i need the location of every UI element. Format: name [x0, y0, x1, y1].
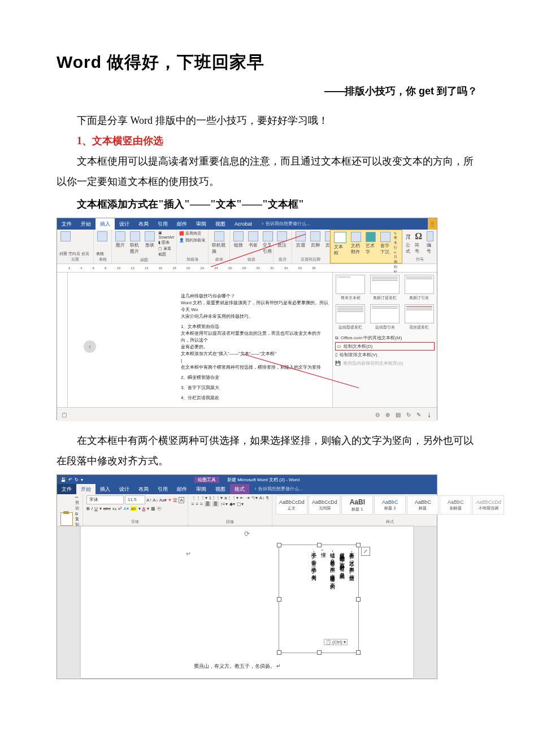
- show-marks-icon[interactable]: ¶: [266, 495, 268, 500]
- style-normal[interactable]: AaBbCcDd正文: [276, 495, 307, 515]
- bookmark-button[interactable]: 书签: [247, 231, 259, 249]
- online-picture-button[interactable]: 联机图片: [129, 231, 141, 255]
- tab-home[interactable]: 开始: [76, 218, 95, 230]
- tab-file[interactable]: 文件: [57, 484, 76, 494]
- tab-file[interactable]: 文件: [57, 218, 76, 230]
- tab-insert[interactable]: 插入: [95, 218, 115, 230]
- style-heading1[interactable]: AaBl标题 1: [341, 495, 373, 515]
- qat-more-icon[interactable]: ▾: [81, 477, 83, 482]
- layout-options-icon[interactable]: ⤢: [361, 547, 370, 556]
- highlight-icon[interactable]: ab: [131, 506, 137, 511]
- font-size-combo[interactable]: 11.5: [125, 495, 145, 504]
- tab-references[interactable]: 引用: [153, 218, 172, 230]
- dropcap-button[interactable]: 首字下沉: [379, 231, 392, 256]
- char-border-icon[interactable]: A: [179, 497, 184, 503]
- borders-icon[interactable]: ▢▾: [237, 502, 244, 507]
- tell-me[interactable]: ♀ 告诉我你想要做什么...: [257, 218, 315, 230]
- more-from-office[interactable]: ⧉ Office.com 中的其他文本框(M): [335, 334, 435, 342]
- font-color-icon[interactable]: A: [142, 506, 145, 511]
- multilevel-icon[interactable]: a⋮⋮▾: [224, 495, 238, 500]
- cover-page-button[interactable]: [59, 231, 72, 242]
- style-subtitle[interactable]: AaBbC副标题: [440, 495, 471, 515]
- resize-handle-icon[interactable]: [277, 543, 281, 547]
- underline-icon[interactable]: U: [94, 506, 98, 511]
- chart-button[interactable]: ▮ 图表: [158, 240, 174, 245]
- gallery-item[interactable]: 花丝提要栏: [403, 304, 435, 330]
- comment-button[interactable]: 批注: [276, 231, 288, 249]
- hyperlink-button[interactable]: 链接: [232, 231, 245, 249]
- page-indicator-icon[interactable]: ▢: [62, 412, 67, 418]
- subscript-icon[interactable]: x₂: [112, 506, 116, 511]
- textbox-button[interactable]: 文本框: [333, 231, 348, 257]
- undo-icon[interactable]: ↶: [68, 477, 72, 482]
- resize-handle-icon[interactable]: [277, 597, 281, 602]
- strike-icon[interactable]: abc: [103, 506, 111, 511]
- tab-layout[interactable]: 布局: [134, 218, 153, 230]
- tab-design[interactable]: 设计: [115, 484, 134, 494]
- document-page[interactable]: ⟳ ↵ 养不教，父之过。教不严，师之惰。 仅仅是供养儿女吃穿，而不好好教育，是父…: [81, 526, 413, 678]
- justify-icon[interactable]: ≣: [205, 502, 211, 507]
- shading-icon[interactable]: ◆▾: [229, 502, 235, 507]
- tab-mailings[interactable]: 邮件: [172, 484, 192, 494]
- my-addins-button[interactable]: 👤 我的加载项: [179, 237, 206, 243]
- nav-circle-icon[interactable]: ‹: [84, 340, 96, 353]
- resize-handle-icon[interactable]: [317, 650, 322, 655]
- tab-view[interactable]: 视图: [211, 218, 230, 230]
- distribute-icon[interactable]: ≣: [212, 502, 219, 507]
- style-title[interactable]: AaBbC标题: [407, 495, 439, 515]
- align-left-icon[interactable]: ≡: [192, 502, 194, 507]
- rotate-handle-icon[interactable]: ⟳: [244, 530, 250, 538]
- text-effects-icon[interactable]: A▾: [123, 506, 128, 511]
- enclose-char-icon[interactable]: 堂: [173, 497, 177, 503]
- superscript-icon[interactable]: x²: [118, 506, 122, 511]
- bullets-icon[interactable]: ⋮⋮⋮▾: [192, 495, 207, 500]
- char-shading-icon[interactable]: ▦: [151, 506, 155, 511]
- style-heading2[interactable]: AaBbC标题 2: [374, 495, 406, 515]
- footer-button[interactable]: 页脚: [309, 231, 322, 249]
- tab-layout[interactable]: 布局: [134, 484, 153, 494]
- gallery-item[interactable]: 边线型提要栏: [335, 304, 366, 330]
- resize-handle-icon[interactable]: [356, 597, 361, 602]
- print-layout-icon[interactable]: ↻: [406, 412, 411, 418]
- wordart-button[interactable]: 艺术字: [364, 231, 377, 256]
- gallery-item[interactable]: 边线型引言: [370, 304, 401, 330]
- draw-textbox[interactable]: ▭ 绘制文本框(D): [335, 342, 435, 351]
- draw-vertical-textbox[interactable]: ▯ 绘制竖排文本框(V): [335, 351, 435, 359]
- font-name-combo[interactable]: 宋体: [86, 495, 124, 504]
- gallery-item[interactable]: 奥斯汀引言: [403, 275, 435, 301]
- style-no-spacing[interactable]: AaBbCcDd无间隔: [309, 495, 340, 515]
- style-subtle-emph[interactable]: AaBbCcDd不明显强调: [472, 495, 504, 515]
- picture-button[interactable]: 图片: [114, 231, 127, 249]
- tab-review[interactable]: 审阅: [192, 218, 211, 230]
- online-video-button[interactable]: 联机视频: [211, 231, 227, 255]
- redo-icon[interactable]: ↻: [75, 477, 79, 482]
- change-case-icon[interactable]: Aa▾: [159, 498, 167, 503]
- tab-home[interactable]: 开始: [76, 484, 95, 494]
- tell-me[interactable]: ♀ 告诉我您想要做什么...: [249, 484, 307, 494]
- sort-icon[interactable]: A↓: [259, 495, 264, 500]
- cut-button[interactable]: ✂ 剪切: [75, 495, 79, 511]
- resize-handle-icon[interactable]: [356, 650, 361, 655]
- resize-handle-icon[interactable]: [277, 650, 281, 655]
- equation-button[interactable]: π公式: [405, 231, 411, 255]
- gallery-item[interactable]: 简单文本框: [335, 275, 366, 301]
- symbol-button[interactable]: Ω符号: [414, 231, 423, 255]
- document-page[interactable]: ‹ 这几种排版技巧你会哪个？ Word 文档，最重要就是排版漂亮了，所以有些技巧…: [68, 273, 332, 407]
- tab-acrobat[interactable]: Acrobat: [230, 218, 257, 230]
- tab-format[interactable]: 格式: [230, 484, 249, 494]
- gallery-item[interactable]: 奥斯汀提要栏: [370, 275, 401, 301]
- italic-icon[interactable]: I: [92, 506, 93, 511]
- paste-options-tag[interactable]: 📋 (Ctrl) ▾: [324, 639, 348, 645]
- vertical-textbox[interactable]: 养不教，父之过。教不严，师之惰。 仅仅是供养儿女吃穿，而不好好教育，是父母的 过…: [279, 545, 359, 653]
- shrink-font-icon[interactable]: A↓: [153, 498, 158, 503]
- zoom-out-icon[interactable]: ⊖: [375, 412, 380, 418]
- line-spacing-icon[interactable]: ↕≡▾: [220, 502, 228, 507]
- screenshot-button[interactable]: ▢ 屏幕截图: [158, 246, 174, 257]
- tab-insert[interactable]: 插入: [95, 484, 115, 494]
- tab-references[interactable]: 引用: [153, 484, 172, 494]
- smartart-button[interactable]: ▣ SmartArt: [158, 231, 174, 239]
- tab-review[interactable]: 审阅: [192, 484, 211, 494]
- tab-view[interactable]: 视图: [211, 484, 230, 494]
- increase-indent-icon[interactable]: ⇥: [246, 495, 250, 500]
- download-icon[interactable]: ⭳: [427, 412, 432, 418]
